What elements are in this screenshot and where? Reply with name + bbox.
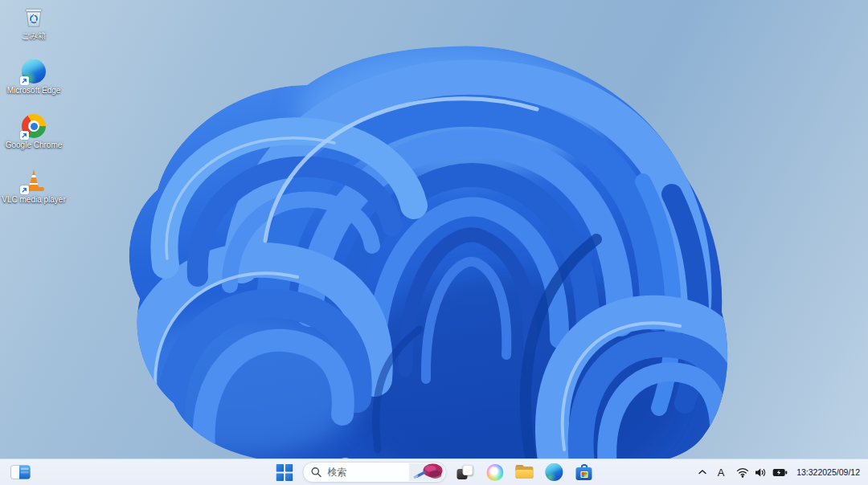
file-explorer-icon: [516, 465, 534, 479]
windows-logo-icon: [276, 464, 293, 481]
desktop-icon-google-chrome[interactable]: Google Chrome: [5, 114, 63, 150]
ime-mode-indicator[interactable]: A: [711, 462, 731, 483]
edge-taskbar-icon: [546, 463, 563, 481]
task-view-button[interactable]: [452, 462, 479, 483]
microsoft-store-icon: [575, 463, 593, 481]
battery-icon: [772, 468, 788, 477]
desktop-icon-grid: ごみ箱 Microsoft Edge Google Chrome: [5, 5, 63, 205]
desktop-icon-label: VLC media player: [2, 195, 65, 205]
tray-show-hidden-icons-button[interactable]: [694, 462, 711, 483]
recycle-bin-icon: [22, 5, 46, 29]
task-view-icon: [457, 464, 473, 480]
start-button[interactable]: [271, 462, 298, 483]
volume-icon: [755, 467, 767, 478]
desktop-icon-label: Google Chrome: [6, 141, 63, 150]
taskbar: 検索: [0, 459, 868, 485]
tray-status-cluster[interactable]: [731, 462, 793, 483]
search-placeholder-text: 検索: [328, 466, 347, 479]
desktop-icon-recycle-bin[interactable]: ごみ箱: [5, 5, 63, 41]
chrome-icon: [22, 114, 46, 138]
taskbar-clock[interactable]: 13:32 2025/09/12: [793, 462, 865, 483]
wifi-icon: [736, 467, 749, 478]
search-highlight-image: [409, 463, 445, 481]
desktop-icon-microsoft-edge[interactable]: Microsoft Edge: [5, 59, 63, 96]
wallpaper-bloom-graphic: [0, 0, 868, 485]
search-icon: [311, 467, 322, 478]
file-explorer-button[interactable]: [511, 462, 538, 483]
taskbar-search-box[interactable]: 検索: [303, 462, 447, 483]
edge-icon: [22, 59, 46, 84]
edge-button[interactable]: [541, 462, 568, 483]
shortcut-arrow-icon: [20, 185, 29, 194]
copilot-icon: [486, 464, 503, 481]
microsoft-store-button[interactable]: [571, 462, 598, 483]
vlc-icon: [22, 169, 46, 193]
desktop-icon-vlc[interactable]: VLC media player: [5, 169, 63, 205]
desktop-icon-label: Microsoft Edge: [7, 86, 61, 96]
clock-date: 2025/09/12: [817, 467, 860, 478]
chevron-up-icon: [698, 469, 707, 475]
widgets-button[interactable]: [6, 462, 34, 483]
clock-time: 13:32: [796, 467, 817, 478]
desktop-wallpaper: ごみ箱 Microsoft Edge Google Chrome: [0, 0, 868, 485]
desktop-icon-label: ごみ箱: [22, 31, 46, 41]
shortcut-arrow-icon: [20, 131, 29, 140]
widgets-icon: [10, 465, 31, 479]
shortcut-arrow-icon: [20, 76, 29, 85]
copilot-button[interactable]: [481, 462, 509, 483]
